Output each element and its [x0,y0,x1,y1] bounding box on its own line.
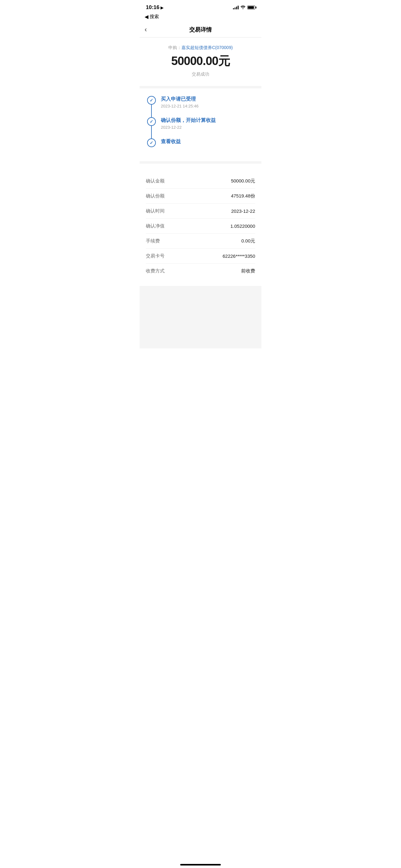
summary-status: 交易成功 [146,71,255,77]
timeline-item-2: ✓ 确认份额，开始计算收益 2023-12-22 [147,117,255,138]
detail-label-5: 交易卡号 [146,253,165,259]
timeline-circle-2: ✓ [147,117,156,126]
summary-section: 申购：嘉实超短债债券C(070009) 50000.00元 交易成功 [140,37,261,86]
timeline-date-2: 2023-12-22 [161,125,255,130]
detail-row-0: 确认金额 50000.00元 [146,174,255,189]
detail-value-6: 前收费 [241,268,255,274]
section-divider-1 [140,86,261,88]
status-time: 10:16 [146,4,159,11]
bottom-area [140,286,261,348]
search-label: 搜索 [149,14,159,20]
summary-fund-name: 嘉实超短债债券C(070009) [181,45,233,50]
detail-label-2: 确认时间 [146,208,165,214]
timeline-title-1: 买入申请已受理 [161,96,255,102]
search-back-arrow: ◀ [144,14,148,20]
page-title: 交易详情 [189,26,212,33]
timeline-content-2: 确认份额，开始计算收益 2023-12-22 [161,117,255,137]
detail-label-6: 收费方式 [146,268,165,274]
detail-value-2: 2023-12-22 [231,208,255,214]
summary-type-prefix: 申购： [168,45,181,50]
timeline-date-1: 2023-12-21 14:25:46 [161,104,255,108]
timeline-title-2: 确认份额，开始计算收益 [161,117,255,124]
detail-row-4: 手续费 0.00元 [146,234,255,249]
timeline-item-1: ✓ 买入申请已受理 2023-12-21 14:25:46 [147,96,255,117]
timeline-line-2 [151,126,152,138]
detail-row-5: 交易卡号 62226*****3350 [146,249,255,264]
timeline-circle-3: ✓ [147,138,156,147]
detail-label-1: 确认份额 [146,193,165,199]
wifi-icon [240,5,245,10]
section-divider-2 [140,161,261,164]
nav-header: ‹ 交易详情 [140,22,261,37]
timeline-content-3: 查看收益 [161,138,255,154]
detail-row-1: 确认份额 47519.48份 [146,189,255,204]
timeline-section: ✓ 买入申请已受理 2023-12-21 14:25:46 ✓ 确认份额，开始计… [140,88,261,161]
status-icons [233,5,255,10]
summary-type-label: 申购：嘉实超短债债券C(070009) [146,45,255,51]
details-section: 确认金额 50000.00元 确认份额 47519.48份 确认时间 2023-… [140,166,261,286]
detail-label-4: 手续费 [146,238,160,244]
detail-value-3: 1.05220000 [231,223,255,229]
detail-value-5: 62226*****3350 [223,253,255,259]
timeline-circle-1: ✓ [147,96,156,105]
summary-amount: 50000.00元 [146,53,255,69]
back-button[interactable]: ‹ [144,26,147,34]
search-link[interactable]: ◀ 搜索 [144,14,257,20]
signal-icon [233,6,239,9]
timeline-item-3[interactable]: ✓ 查看收益 [147,138,255,154]
detail-row-2: 确认时间 2023-12-22 [146,204,255,219]
detail-value-1: 47519.48份 [231,193,255,199]
search-bar-area: ◀ 搜索 [140,12,261,22]
detail-label-0: 确认金额 [146,178,165,184]
status-bar: 10:16 ▶ [140,0,261,12]
timeline-content-1: 买入申请已受理 2023-12-21 14:25:46 [161,96,255,116]
timeline-title-3[interactable]: 查看收益 [161,138,255,145]
timeline-line-1 [151,105,152,117]
detail-row-3: 确认净值 1.05220000 [146,219,255,234]
location-icon: ▶ [161,5,164,10]
detail-value-0: 50000.00元 [231,178,255,184]
detail-label-3: 确认净值 [146,223,165,229]
detail-value-4: 0.00元 [241,238,255,244]
battery-icon [247,6,255,9]
detail-row-6: 收费方式 前收费 [146,264,255,278]
